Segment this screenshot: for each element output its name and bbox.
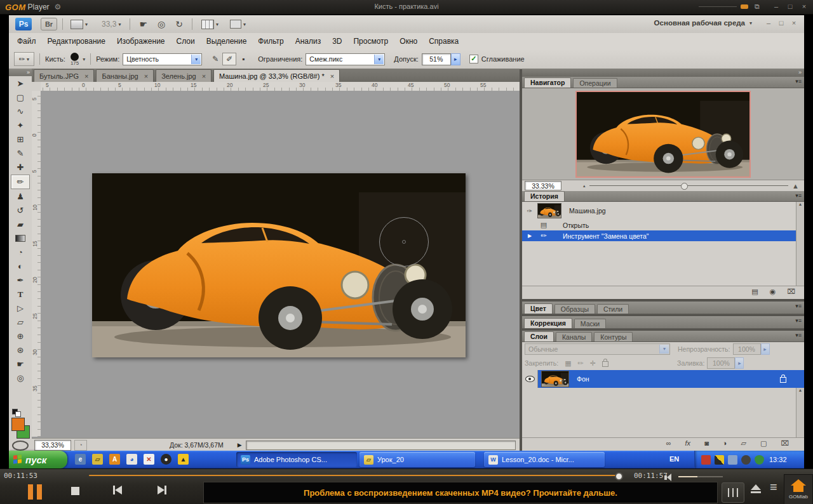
seek-bar[interactable] (89, 475, 619, 476)
tab-banany[interactable]: Бананы.jpg× (96, 69, 154, 82)
eraser-tool[interactable]: ▰ (11, 218, 29, 231)
eye-icon[interactable] (525, 376, 535, 382)
history-scrollbar[interactable]: ▲ (796, 202, 804, 286)
gom-maximize-button[interactable]: □ (785, 2, 795, 11)
status-zoom-input[interactable]: 33,33% (34, 440, 71, 451)
tab-swatches[interactable]: Образцы (554, 304, 595, 314)
hand-tool-icon[interactable]: ☛ (139, 19, 147, 29)
zoom-out-icon[interactable]: ▴ (583, 183, 586, 189)
lock-transparency-icon[interactable]: ▦ (565, 359, 571, 368)
tab-close-icon[interactable]: × (330, 72, 334, 80)
menu-edit[interactable]: Редактирование (42, 37, 111, 46)
tab-channels[interactable]: Каналы (556, 332, 592, 342)
type-tool[interactable]: T (11, 288, 29, 301)
blur-tool[interactable]: ◔ (11, 246, 29, 259)
layer-thumbnail[interactable] (541, 371, 569, 387)
lock-pixels-icon[interactable]: ✏ (578, 359, 584, 368)
new-layer-icon[interactable]: ▢ (760, 439, 767, 452)
mode-select[interactable]: Цветность▾ (123, 53, 202, 65)
menu-3d[interactable]: 3D (326, 37, 347, 46)
pen-tool[interactable]: ✒ (11, 274, 29, 287)
arrange-dropdown-arrow[interactable]: ▾ (216, 22, 218, 27)
layer-visibility-cell[interactable] (522, 370, 538, 388)
tab-adjustments[interactable]: Коррекция (524, 318, 572, 328)
zoom-dropdown-arrow[interactable]: ▾ (118, 22, 121, 27)
layer-style-fx-icon[interactable]: fx (685, 439, 691, 452)
color-replacement-brush-tool[interactable]: ✏ (11, 175, 30, 189)
screen-mode-icon[interactable] (230, 20, 241, 29)
mode-select-arrow[interactable]: ▾ (191, 55, 201, 64)
sampling-once-icon[interactable]: ✐ (222, 53, 236, 65)
foreground-color-swatch[interactable] (11, 418, 25, 431)
quicklaunch-folder-icon[interactable]: ▱ (92, 454, 103, 465)
healing-brush-tool[interactable]: ✚ (11, 161, 29, 174)
tab-mashina-active[interactable]: Машина.jpg @ 33,3% (RGB/8#) *× (213, 69, 340, 82)
tool-preset-icon[interactable]: ✏▾ (14, 52, 34, 66)
history-state-pointer-icon[interactable]: ▶ (522, 233, 537, 239)
shape-tool[interactable]: ▱ (11, 315, 29, 329)
zoom-tool-icon[interactable]: ◎ (158, 19, 165, 29)
quicklaunch-media-icon[interactable]: ✕ (144, 454, 154, 465)
quick-mask-button[interactable] (12, 441, 29, 451)
opacity-input[interactable]: 100% (733, 343, 761, 355)
tab-close-icon[interactable]: × (202, 72, 206, 80)
scroll-up-icon[interactable]: ▲ (798, 388, 803, 392)
status-menu-arrow[interactable]: ▶ (238, 442, 242, 448)
gom-fullscreen-icon[interactable]: ⧉ (752, 2, 762, 11)
gomlab-logo[interactable]: GOMlab (784, 474, 813, 504)
quicklaunch-app-icon[interactable]: ◕ (126, 454, 137, 465)
task-word-lesson20[interactable]: W Lesson_20.doc - Micr... (484, 452, 605, 467)
gom-close-button[interactable]: × (799, 2, 809, 11)
bridge-button[interactable]: Br (41, 18, 57, 30)
task-photoshop[interactable]: Ps Adobe Photoshop CS... (236, 452, 357, 467)
bookmark-icon[interactable] (741, 4, 748, 9)
fill-input[interactable]: 100% (707, 357, 735, 369)
zoom-in-icon[interactable]: ▲ (792, 182, 799, 190)
screen-mode-dropdown-arrow[interactable]: ▾ (243, 22, 246, 27)
quicklaunch-gom-icon[interactable]: ▲ (178, 454, 189, 465)
limits-select[interactable]: Смеж.пикс▾ (306, 53, 385, 65)
previous-button[interactable] (113, 486, 122, 494)
zoom-tool[interactable]: ◎ (11, 371, 29, 385)
workspace-dropdown-arrow[interactable]: ▾ (749, 20, 752, 26)
tab-navigator[interactable]: Навигатор (524, 77, 571, 88)
link-layers-icon[interactable]: ∞ (666, 439, 671, 452)
hand-tool[interactable]: ☛ (11, 357, 29, 371)
zoom-level-control[interactable]: 33,3 (102, 20, 116, 29)
volume-icon[interactable] (664, 474, 671, 481)
fill-spinner[interactable]: ▸ (735, 357, 744, 369)
rotate-view-icon[interactable]: ↻ (175, 19, 183, 29)
quicklaunch-browser-icon[interactable]: e (75, 454, 86, 465)
adjustments-panel-menu-icon[interactable]: ▾≡ (795, 317, 802, 324)
antialias-checkbox[interactable]: ✓ (469, 55, 478, 63)
menu-image[interactable]: Изображение (111, 37, 171, 46)
tab-zelen[interactable]: Зелень.jpg× (156, 69, 212, 82)
navigator-zoom-input[interactable]: 33.33% (525, 181, 561, 190)
history-brush-tool[interactable]: ↺ (11, 204, 29, 217)
tab-close-icon[interactable]: × (84, 72, 88, 80)
add-layer-mask-icon[interactable]: ◙ (704, 439, 709, 452)
layers-panel-menu-icon[interactable]: ▾≡ (795, 332, 802, 338)
color-panel-menu-icon[interactable]: ▾≡ (795, 303, 802, 309)
tab-styles[interactable]: Стили (597, 304, 629, 314)
layer-name[interactable]: Фон (577, 375, 589, 383)
tray-flag-icon[interactable] (701, 455, 711, 465)
menu-help[interactable]: Справка (423, 37, 464, 46)
ps-minimize-button[interactable]: – (763, 18, 774, 27)
3d-orbit-tool[interactable]: ⊛ (11, 343, 29, 357)
menu-view[interactable]: Просмотр (347, 37, 394, 46)
tray-network-icon[interactable] (728, 455, 737, 465)
history-step-open[interactable]: ▤ Открыть (522, 220, 804, 230)
swap-colors-icon[interactable] (15, 411, 21, 417)
marquee-tool[interactable]: ▢ (11, 91, 29, 104)
menu-layers[interactable]: Слои (171, 37, 201, 46)
sampling-continuous-icon[interactable]: ✎ (208, 53, 222, 65)
photoshop-app-icon[interactable]: Ps (15, 18, 32, 30)
tab-color[interactable]: Цвет (524, 303, 553, 314)
canvas[interactable] (41, 91, 520, 437)
eject-button[interactable] (751, 484, 761, 493)
quicklaunch-photoshop-icon[interactable]: A (109, 454, 120, 465)
new-adjustment-layer-icon[interactable]: ◑ (723, 439, 727, 452)
lock-all-icon[interactable] (602, 361, 608, 367)
next-button[interactable] (158, 486, 166, 494)
